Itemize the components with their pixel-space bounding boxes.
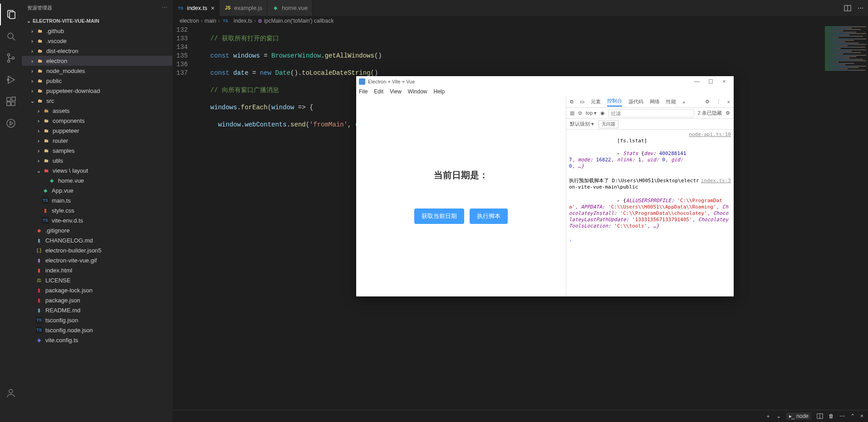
search-icon[interactable] xyxy=(0,25,22,47)
settings-gear-icon[interactable] xyxy=(0,404,22,422)
file-style-css[interactable]: ▮style.css xyxy=(22,205,172,215)
folder-public[interactable]: ›🖿public xyxy=(22,76,172,86)
devtools-tab-console[interactable]: 控制台 xyxy=(607,97,622,107)
devtools-tab-performance[interactable]: 性能 xyxy=(666,98,676,105)
file-readme[interactable]: ▮README.md xyxy=(22,305,172,315)
tab-index-ts[interactable]: TS index.ts × xyxy=(172,0,220,16)
extra-icon[interactable] xyxy=(0,112,22,134)
close-panel-icon[interactable]: × xyxy=(860,413,863,419)
more-icon[interactable]: ⋯ xyxy=(839,413,845,419)
folder-samples[interactable]: ›🖿samples xyxy=(22,146,172,155)
sidebar-more-icon[interactable]: ⋯ xyxy=(162,5,167,11)
menu-help[interactable]: Help xyxy=(434,88,445,95)
folder-views-layout[interactable]: ⌄🖿views \ layout xyxy=(22,165,172,175)
terminal-panel-header: ＋ ⌄ ▸_node 🗑 ⋯ ⌃ × xyxy=(172,410,868,422)
minimap[interactable] xyxy=(823,26,868,196)
file-home-vue[interactable]: ◆home.vue xyxy=(22,175,172,185)
file-main-ts[interactable]: TSmain.ts xyxy=(22,195,172,205)
app-titlebar[interactable]: Electron + Vite + Vue — ☐ × xyxy=(356,76,734,87)
terminal-label[interactable]: ▸_node xyxy=(786,412,811,420)
split-terminal-icon[interactable] xyxy=(817,413,823,419)
clear-console-icon[interactable]: ⊘ xyxy=(578,110,582,116)
source-control-icon[interactable] xyxy=(0,47,22,69)
device-icon[interactable]: ▭ xyxy=(580,99,584,105)
devtools-settings-icon[interactable]: ⚙ xyxy=(705,99,710,105)
breadcrumb[interactable]: electron› main› TSindex.ts› ⊕ ipcMain.on… xyxy=(172,16,868,26)
folder-electron[interactable]: ›🖿electron xyxy=(22,56,172,66)
project-name[interactable]: ⌄ELECTRON-VITE-VUE-MAIN xyxy=(22,16,172,26)
context-selector[interactable]: top ▾ xyxy=(586,110,597,116)
sidebar-toggle-icon[interactable]: ▥ xyxy=(570,110,574,116)
file-index-html[interactable]: ▮index.html xyxy=(22,265,172,275)
new-terminal-icon[interactable]: ＋ xyxy=(765,412,771,420)
devtools-tab-elements[interactable]: 元素 xyxy=(591,98,601,105)
folder-puppeteer[interactable]: ›🖿puppeteer xyxy=(22,126,172,136)
live-expression-icon[interactable]: ◉ xyxy=(600,110,605,116)
issues-pill[interactable]: 无问题 xyxy=(598,120,618,128)
folder-puppeteer-download[interactable]: ›🖿puppeteer-download xyxy=(22,86,172,96)
trash-icon[interactable]: 🗑 xyxy=(829,413,834,419)
account-icon[interactable] xyxy=(0,382,22,404)
folder-src[interactable]: ⌄🖿src xyxy=(22,96,172,106)
console-prompt-icon[interactable]: › xyxy=(569,238,731,244)
run-script-button[interactable]: 执行脚本 xyxy=(470,209,508,224)
devtools-tab-sources[interactable]: 源代码 xyxy=(628,98,643,105)
tab-example-js[interactable]: JS example.js xyxy=(220,0,267,16)
file-changelog[interactable]: ▮CHANGELOG.md xyxy=(22,235,172,245)
tab-home-vue[interactable]: ◆ home.vue xyxy=(267,0,313,16)
svg-point-6 xyxy=(12,57,15,59)
inspect-icon[interactable]: ⧉ xyxy=(570,99,574,105)
source-link[interactable]: index.ts:3 xyxy=(701,178,731,190)
more-icon[interactable]: ⋯ xyxy=(858,5,863,11)
file-package-json[interactable]: ▮package.json xyxy=(22,295,172,305)
maximize-icon[interactable]: ⌃ xyxy=(850,413,855,419)
console-output[interactable]: [fs.lstat] ▸ Stats {dev: 4002881417, mod… xyxy=(566,130,734,296)
folder-github[interactable]: ›🖿.github xyxy=(22,26,172,36)
console-filter-input[interactable] xyxy=(608,109,694,117)
maximize-icon[interactable]: ☐ xyxy=(704,78,717,85)
menu-file[interactable]: File xyxy=(359,88,368,95)
devtools: ⧉ ▭ 元素 控制台 源代码 网络 性能 » ⚙ ⋮ × ▥ xyxy=(566,96,734,296)
close-icon[interactable]: × xyxy=(211,5,215,12)
explorer-icon[interactable] xyxy=(0,4,22,25)
file-tsconfig-node[interactable]: TStsconfig.node.json xyxy=(22,325,172,335)
file-vite-env[interactable]: TSvite-env.d.ts xyxy=(22,215,172,225)
source-link[interactable]: node-api.ts:10 xyxy=(689,131,731,176)
file-vite-vue-gif[interactable]: ▮electron-vite-vue.gif xyxy=(22,255,172,265)
folder-assets[interactable]: ›🖿assets xyxy=(22,106,172,116)
run-debug-icon[interactable] xyxy=(0,69,22,91)
folder-router[interactable]: ›🖿router xyxy=(22,136,172,146)
get-date-button[interactable]: 获取当前日期 xyxy=(414,209,464,224)
extensions-icon[interactable] xyxy=(0,91,22,112)
terminal-dropdown-icon[interactable]: ⌄ xyxy=(776,413,781,419)
devtools-menu-icon[interactable]: ⋮ xyxy=(716,99,721,105)
devtools-close-icon[interactable]: × xyxy=(727,99,730,105)
file-gitignore[interactable]: ◆.gitignore xyxy=(22,225,172,235)
svg-line-3 xyxy=(13,38,15,40)
file-builder-json5[interactable]: {.}electron-builder.json5 xyxy=(22,245,172,255)
split-editor-icon[interactable] xyxy=(844,5,851,12)
menu-view[interactable]: View xyxy=(390,88,402,95)
editor-tabs: TS index.ts × JS example.js ◆ home.vue ⋯ xyxy=(172,0,868,16)
folder-components[interactable]: ›🖿components xyxy=(22,116,172,126)
devtools-more-tabs-icon[interactable]: » xyxy=(682,99,685,105)
log-level-selector[interactable]: 默认级别 ▾ xyxy=(570,121,594,127)
console-settings-icon[interactable]: ⚙ xyxy=(726,110,730,116)
svg-marker-14 xyxy=(10,121,13,125)
menu-edit[interactable]: Edit xyxy=(374,88,383,95)
folder-vscode[interactable]: ›🖿.vscode xyxy=(22,36,172,46)
file-tsconfig[interactable]: TStsconfig.json xyxy=(22,315,172,325)
menu-window[interactable]: Window xyxy=(408,88,427,95)
file-vite-config[interactable]: ◆vite.config.ts xyxy=(22,335,172,345)
folder-node-modules[interactable]: ›🖿node_modules xyxy=(22,66,172,76)
close-icon[interactable]: × xyxy=(717,78,731,85)
file-license[interactable]: ⚖LICENSE xyxy=(22,275,172,285)
hidden-messages[interactable]: 2 条已隐藏 xyxy=(698,110,722,116)
minimize-icon[interactable]: — xyxy=(690,78,704,85)
app-title: Electron + Vite + Vue xyxy=(368,79,415,84)
file-app-vue[interactable]: ◆App.vue xyxy=(22,185,172,195)
folder-dist-electron[interactable]: ›🖿dist-electron xyxy=(22,46,172,56)
file-package-lock[interactable]: ▮package-lock.json xyxy=(22,285,172,295)
folder-utils[interactable]: ›🖿utils xyxy=(22,155,172,165)
devtools-tab-network[interactable]: 网络 xyxy=(650,98,660,105)
